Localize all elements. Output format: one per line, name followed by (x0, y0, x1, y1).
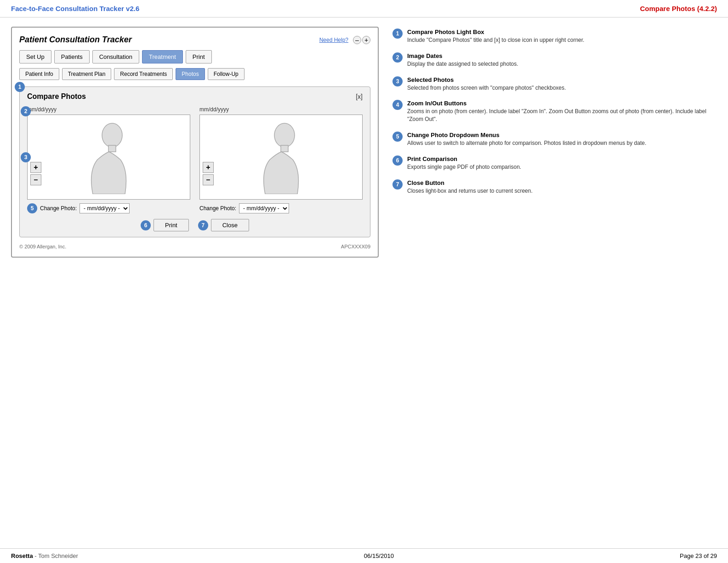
annotation-desc-7: Closes light-box and returns user to cur… (407, 187, 533, 195)
annotation-4: 4 Zoom In/Out Buttons Zooms in on photo … (392, 100, 717, 123)
footer-page: Page 23 of 29 (680, 552, 717, 559)
annotation-desc-3: Selected from photos screen with "compar… (407, 84, 566, 92)
change-photo-label-1: Change Photo: (40, 205, 77, 212)
window-controls: – + (353, 36, 370, 44)
subnav-treatment-plan-button[interactable]: Treatment Plan (62, 68, 112, 80)
doc-id: APCXXXX09 (341, 244, 370, 249)
svg-point-2 (274, 123, 295, 147)
silhouette-2 (256, 121, 307, 194)
need-help-link[interactable]: Need Help? (319, 37, 348, 43)
annotation-text-6: Print Comparison Exports single page PDF… (407, 155, 521, 171)
subnav-photos-button[interactable]: Photos (176, 68, 205, 80)
change-photo-select-1[interactable]: - mm/dd/yyyy - (80, 203, 130, 213)
annotation-6: 6 Print Comparison Exports single page P… (392, 155, 717, 171)
annotation-3: 3 Selected Photos Selected from photos s… (392, 76, 717, 92)
annotation-7: 7 Close Button Closes light-box and retu… (392, 179, 717, 195)
annotation-desc-5: Allows user to switch to alternate photo… (407, 139, 646, 147)
annotation-desc-1: Include "Compare Photos" title and [x] t… (407, 36, 584, 44)
photo1-date: mm/dd/yyyy (27, 106, 190, 113)
annotation-desc-4: Zooms in on photo (from center). Include… (407, 108, 717, 123)
annotation-text-1: Compare Photos Light Box Include "Compar… (407, 29, 584, 44)
svg-rect-1 (108, 145, 116, 152)
svg-point-0 (102, 123, 122, 147)
annotation-title-3: Selected Photos (407, 76, 566, 83)
change-photo-row-2: Change Photo: - mm/dd/yyyy - (199, 203, 363, 213)
compare-photos-lightbox: 1 Compare Photos [x] 2 mm/dd/yyyy 3 (19, 86, 370, 237)
zoom-out-button-1[interactable]: – (30, 174, 41, 185)
photo-section-1: 2 mm/dd/yyyy 3 (27, 106, 190, 213)
lightbox-footer: 6 Print 7 Close (27, 219, 363, 231)
annotation-title-2: Image Dates (407, 52, 518, 59)
print-comparison-button[interactable]: Print (154, 219, 189, 231)
lightbox-close-button[interactable]: [x] (356, 93, 363, 100)
zoom-controls-1: + – (30, 162, 41, 185)
annotation-title-4: Zoom In/Out Buttons (407, 100, 717, 107)
photo2-frame: 4 + – (199, 115, 363, 200)
header-right-title: Compare Photos (4.2.2) (640, 5, 717, 12)
app-title-row: Patient Consultation Tracker Need Help? … (19, 35, 370, 45)
annotation-1: 1 Compare Photos Light Box Include "Comp… (392, 29, 717, 44)
top-nav: Set Up Patients Consultation Treatment P… (19, 50, 370, 63)
subnav-follow-up-button[interactable]: Follow-Up (208, 68, 245, 80)
zoom-out-button-2[interactable]: – (203, 174, 214, 185)
annotation-text-7: Close Button Closes light-box and return… (407, 179, 533, 195)
main-content: Patient Consultation Tracker Need Help? … (0, 17, 728, 267)
annotation-badge-6: 6 (392, 155, 403, 166)
app-panel-footer: © 2009 Allergan, Inc. APCXXXX09 (19, 244, 370, 249)
copyright-text: © 2009 Allergan, Inc. (19, 244, 66, 249)
annotation-badge-1: 1 (392, 29, 403, 39)
svg-rect-3 (281, 145, 288, 152)
badge-5: 5 (27, 203, 37, 213)
header-left-title: Face-to-Face Consultation Tracker v2.6 (11, 5, 139, 12)
zoom-in-button-1[interactable]: + (30, 162, 41, 173)
annotation-badge-7: 7 (392, 179, 403, 190)
annotation-title-5: Change Photo Dropdown Menus (407, 132, 646, 138)
annotation-badge-5: 5 (392, 132, 403, 142)
annotation-title-1: Compare Photos Light Box (407, 29, 584, 35)
annotation-text-5: Change Photo Dropdown Menus Allows user … (407, 132, 646, 147)
annotation-text-4: Zoom In/Out Buttons Zooms in on photo (f… (407, 100, 717, 123)
footer-date: 06/15/2010 (364, 552, 394, 559)
annotation-title-6: Print Comparison (407, 155, 521, 162)
badge-3: 3 (21, 152, 31, 162)
subnav-patient-info-button[interactable]: Patient Info (19, 68, 59, 80)
annotation-2: 2 Image Dates Display the date assigned … (392, 52, 717, 68)
nav-consultation-button[interactable]: Consultation (92, 50, 139, 63)
page-header: Face-to-Face Consultation Tracker v2.6 C… (0, 0, 728, 17)
app-title: Patient Consultation Tracker (19, 35, 132, 45)
change-photo-label-2: Change Photo: (199, 205, 236, 212)
annotations-panel: 1 Compare Photos Light Box Include "Comp… (392, 27, 717, 258)
close-lightbox-button[interactable]: Close (211, 219, 249, 231)
photos-row: 2 mm/dd/yyyy 3 (27, 106, 363, 213)
footer-name-rest: - Tom Schneider (33, 552, 78, 559)
sub-nav: Patient Info Treatment Plan Record Treat… (19, 68, 370, 80)
photo-section-2: mm/dd/yyyy 4 + – (199, 106, 363, 213)
change-photo-select-2[interactable]: - mm/dd/yyyy - (239, 203, 289, 213)
annotation-desc-2: Display the date assigned to selected ph… (407, 60, 518, 68)
zoom-in-button-2[interactable]: + (203, 162, 214, 173)
badge-7: 7 (198, 220, 208, 230)
annotation-5: 5 Change Photo Dropdown Menus Allows use… (392, 132, 717, 147)
photo1-frame: + – (27, 115, 190, 200)
silhouette-1 (84, 121, 134, 194)
badge-1: 1 (15, 82, 25, 92)
page-footer: Rosetta - Tom Schneider 06/15/2010 Page … (0, 548, 728, 563)
nav-print-button[interactable]: Print (186, 50, 212, 63)
subnav-record-treatments-button[interactable]: Record Treatments (114, 68, 173, 80)
annotation-badge-3: 3 (392, 76, 403, 86)
change-photo-row-1: 5 Change Photo: - mm/dd/yyyy - (27, 203, 190, 213)
annotation-badge-2: 2 (392, 52, 403, 63)
footer-name: Rosetta - Tom Schneider (11, 552, 78, 559)
nav-treatment-button[interactable]: Treatment (142, 50, 183, 63)
annotation-title-7: Close Button (407, 179, 533, 186)
footer-name-bold: Rosetta (11, 552, 33, 559)
badge-4: 4 (199, 149, 200, 159)
annotation-badge-4: 4 (392, 100, 403, 110)
zoom-controls-2: 4 + – (203, 149, 214, 185)
app-panel: Patient Consultation Tracker Need Help? … (11, 27, 379, 258)
maximize-button[interactable]: + (362, 36, 370, 44)
minimize-button[interactable]: – (353, 36, 361, 44)
annotation-text-2: Image Dates Display the date assigned to… (407, 52, 518, 68)
nav-patients-button[interactable]: Patients (54, 50, 90, 63)
nav-setup-button[interactable]: Set Up (19, 50, 51, 63)
